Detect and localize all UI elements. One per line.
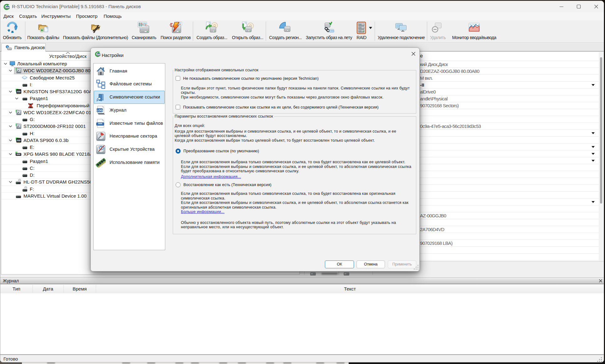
settings-sidebar-item[interactable]: Неисправные сектора (94, 130, 165, 143)
refresh-icon (6, 22, 19, 35)
settings-sidebar-label: Известные типы файлов (110, 117, 163, 130)
recover-as-is-label[interactable]: Восстановление как есть (Техническая вер… (183, 183, 271, 187)
toolbar-remote-connection-button[interactable]: Удаленное подключение (377, 20, 425, 42)
close-button[interactable] (589, 1, 603, 12)
dialog-close-button[interactable] (407, 49, 420, 59)
show-symlinks-as-links-label[interactable]: Показывать символические ссылки как ссыл… (183, 105, 379, 110)
symbolic-links-icon (96, 92, 106, 102)
ok-button[interactable]: ОК (325, 260, 354, 268)
dropdown-arrow-icon[interactable] (592, 84, 595, 88)
chevron-expanded-icon[interactable] (15, 97, 18, 100)
raid-icon (355, 22, 368, 35)
toolbar-open-image-button[interactable]: Открыть образ... (231, 20, 264, 42)
properties-scrollbar[interactable] (599, 52, 604, 261)
show-symlinks-as-links-checkbox[interactable] (176, 105, 180, 109)
chevron-expanded-icon[interactable] (9, 90, 12, 93)
menu-view[interactable]: Просмотр (76, 12, 98, 20)
toolbar-show-files-advanced-button[interactable]: Показать файлы (Дополнительно) (62, 20, 129, 42)
tree-row-label: E: (30, 144, 34, 151)
property-value: 907029168 LBA) (420, 240, 453, 247)
hide-symlinks-label[interactable]: Не показывать символические ссылки по ум… (183, 76, 319, 81)
hdd-icon (15, 123, 22, 129)
settings-sidebar-item[interactable]: Журнал (94, 104, 165, 117)
taskbar-icon-blur (175, 362, 183, 363)
ssd-icon (15, 137, 22, 144)
apply-button[interactable]: Применить (388, 260, 416, 268)
chevron-expanded-icon[interactable] (9, 111, 12, 114)
hdd-icon (15, 109, 22, 116)
toolbar-delete-button[interactable]: Удалить (429, 20, 447, 42)
toolbar-show-files-button[interactable]: Показать файлы (27, 20, 59, 42)
raid-dropdown-arrow-icon[interactable] (369, 27, 372, 31)
link-conversion-radio[interactable] (176, 149, 181, 154)
tree-row-label: XPG MARS 980 BLADE Y0218A0 (23, 151, 95, 158)
tab-disk-panel[interactable]: Панель дисков (1, 43, 46, 52)
log-col-text[interactable]: Текст (96, 284, 604, 293)
toolbar-item-label: Удаленное подключение (377, 35, 425, 40)
settings-sidebar-label: Журнал (110, 104, 126, 117)
tree-row-label: Локальный компьютер (17, 60, 67, 67)
toolbar-create-image-button[interactable]: Создать образ... (196, 20, 228, 42)
description-line: При необходимости, символические ссылки … (181, 95, 410, 100)
tree-row-label: ADATA SP900 6.0.3b (23, 137, 69, 144)
settings-sidebar-item[interactable]: Символические ссылки (94, 91, 165, 104)
toolbar-io-monitor-button[interactable]: Монитор ввода/вывода (451, 20, 497, 42)
taskbar-icon-blur (316, 362, 324, 363)
dropdown-arrow-icon[interactable] (592, 153, 595, 156)
group1-legend: Настройки отображения символьных ссылок (173, 68, 260, 72)
maximize-button[interactable] (572, 1, 586, 12)
toolbar-item-label: Удалить (429, 35, 447, 40)
chevron-expanded-icon[interactable] (9, 153, 12, 155)
scrollbar-thumb[interactable] (600, 57, 602, 204)
menu-create[interactable]: Создать (19, 12, 37, 20)
menu-tools[interactable]: Инструменты (41, 12, 71, 20)
description-line: Если для восстановления выбрана только с… (181, 160, 411, 164)
log-panel-titlebar: Журнал (0, 277, 604, 284)
link-conversion-label[interactable]: Преобразование ссылок (по умолчанию) (183, 149, 259, 154)
chevron-expanded-icon[interactable] (9, 125, 12, 128)
window-content: R-STUDIO Technician [Portable] 9.5.19168… (0, 1, 604, 362)
create-region-icon (279, 22, 292, 35)
settings-sidebar-label: Символические ссылки (110, 91, 160, 104)
settings-sidebar-label: Использование памяти (110, 156, 160, 169)
log-col-date[interactable]: Дата (33, 284, 64, 293)
partition-icon (21, 144, 28, 150)
main-window: R-STUDIO Technician [Portable] 9.5.19168… (0, 1, 604, 362)
menu-disk[interactable]: Диск (3, 12, 14, 20)
dropdown-arrow-icon[interactable] (592, 160, 595, 163)
toolbar-create-region-button[interactable]: Создать регион... (269, 20, 302, 42)
settings-sidebar-item[interactable]: Использование памяти (94, 156, 165, 169)
dropdown-arrow-icon[interactable] (592, 146, 595, 149)
hide-symlinks-checkbox[interactable] (176, 76, 180, 81)
menu-help[interactable]: Помощь (104, 12, 122, 20)
settings-sidebar-item[interactable]: Скрытые Устройства (94, 143, 165, 156)
chevron-expanded-icon[interactable] (9, 181, 12, 183)
settings-sidebar-item[interactable]: Файловые системы (94, 78, 165, 91)
log-col-type[interactable]: Тип (0, 284, 33, 293)
chevron-expanded-icon[interactable] (9, 69, 12, 72)
tree-row-label: Свободное Место25 (30, 74, 74, 81)
log-content (0, 293, 604, 354)
description-line: скрыты. (181, 90, 410, 95)
toolbar-refresh-button[interactable]: Обновить (2, 20, 23, 42)
more-info-link[interactable]: Больше информации... (181, 210, 224, 214)
toolbar-find-partitions-button[interactable]: Поиск разделов (160, 20, 192, 42)
dropdown-arrow-icon[interactable] (592, 201, 595, 205)
settings-sidebar-item[interactable]: Известные типы файлов (94, 117, 165, 130)
chevron-expanded-icon[interactable] (9, 139, 12, 142)
minimize-button[interactable] (554, 1, 569, 12)
more-info-link[interactable]: Дополнительная информация... (181, 174, 241, 179)
mount-image-icon (322, 22, 336, 35)
log-col-time[interactable]: Время (64, 284, 96, 293)
settings-sidebar-item[interactable]: Главная (94, 65, 165, 78)
toolbar-mount-image-button[interactable]: Запустить образ на лету (305, 20, 352, 42)
chevron-expanded-icon[interactable] (4, 63, 7, 65)
settings-sidebar: Главная Файловые системы Символические с… (93, 63, 165, 250)
nvme-icon (15, 151, 22, 157)
toolbar-scan-button[interactable]: Сканировать (131, 20, 156, 42)
toolbar-raid-button[interactable]: RAID (355, 20, 368, 42)
log-close-button[interactable] (597, 278, 604, 284)
recover-as-is-radio[interactable] (176, 182, 181, 187)
dropdown-arrow-icon[interactable] (592, 132, 595, 136)
cancel-button[interactable]: Отмена (356, 260, 385, 268)
